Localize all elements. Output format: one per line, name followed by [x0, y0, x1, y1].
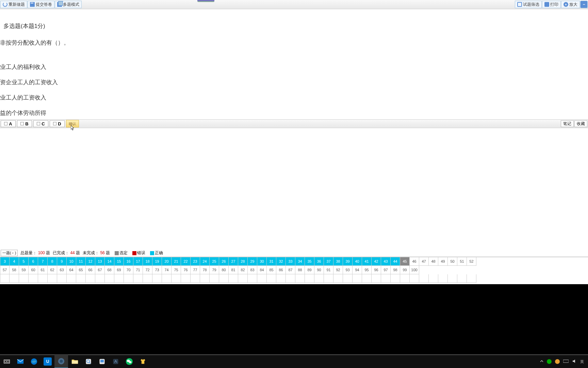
nav-cell-32[interactable]: 32 — [276, 257, 286, 266]
mail-app-icon[interactable] — [14, 355, 27, 368]
nav-cell-91[interactable]: 91 — [324, 266, 333, 274]
nav-cell-29[interactable]: 29 — [248, 257, 257, 266]
nav-cell-78[interactable]: 78 — [200, 266, 210, 274]
nav-cell-24[interactable]: 24 — [200, 257, 210, 266]
nav-cell-50[interactable]: 50 — [448, 257, 457, 266]
edge-browser-icon[interactable] — [27, 355, 41, 368]
note-button[interactable]: 笔记 — [561, 120, 574, 127]
confirm-button[interactable]: 确认 — [66, 120, 79, 127]
choice-d-button[interactable]: D — [50, 120, 65, 127]
nav-cell-9[interactable]: 9 — [57, 257, 67, 266]
nav-cell-99[interactable]: 99 — [400, 266, 410, 274]
app-dark-icon[interactable] — [109, 355, 122, 368]
nav-cell-86[interactable]: 86 — [276, 266, 286, 274]
app-monitor-icon[interactable] — [95, 355, 109, 368]
nav-cell-49[interactable]: 49 — [438, 257, 448, 266]
nav-cell-95[interactable]: 95 — [362, 266, 372, 274]
task-view-button[interactable] — [0, 355, 14, 368]
choice-b-button[interactable]: B — [17, 120, 32, 127]
nav-cell-20[interactable]: 20 — [162, 257, 172, 266]
nav-cell-52[interactable]: 52 — [467, 257, 476, 266]
nav-cell-80[interactable]: 80 — [219, 266, 229, 274]
nav-cell-89[interactable]: 89 — [305, 266, 314, 274]
nav-cell-13[interactable]: 13 — [95, 257, 105, 266]
nav-cell-85[interactable]: 85 — [267, 266, 276, 274]
nav-cell-65[interactable]: 65 — [76, 266, 86, 274]
nav-cell-58[interactable]: 58 — [10, 266, 19, 274]
nav-cell-51[interactable]: 51 — [457, 257, 467, 266]
nav-cell-45[interactable]: 45 — [400, 257, 410, 266]
nav-cell-59[interactable]: 59 — [19, 266, 29, 274]
nav-cell-79[interactable]: 79 — [210, 266, 219, 274]
nav-cell-18[interactable]: 18 — [143, 257, 152, 266]
nav-cell-84[interactable]: 84 — [257, 266, 267, 274]
nav-cell-25[interactable]: 25 — [210, 257, 219, 266]
nav-cell-37[interactable]: 37 — [324, 257, 333, 266]
nav-cell-8[interactable]: 8 — [48, 257, 57, 266]
nav-cell-77[interactable]: 77 — [191, 266, 200, 274]
tray-chevron-icon[interactable] — [540, 359, 543, 364]
nav-cell-73[interactable]: 73 — [152, 266, 162, 274]
nav-cell-23[interactable]: 23 — [191, 257, 200, 266]
nav-cell-19[interactable]: 19 — [152, 257, 162, 266]
nav-cell-72[interactable]: 72 — [143, 266, 152, 274]
nav-cell-60[interactable]: 60 — [29, 266, 38, 274]
nav-cell-16[interactable]: 16 — [124, 257, 133, 266]
app-shirt-icon[interactable] — [136, 355, 150, 368]
tray-keyboard-icon[interactable] — [563, 359, 569, 364]
tray-volume-icon[interactable] — [572, 359, 577, 364]
nav-cell-4[interactable]: 4 — [10, 257, 19, 266]
nav-cell-76[interactable]: 76 — [181, 266, 191, 274]
nav-cell-38[interactable]: 38 — [333, 257, 343, 266]
nav-cell-64[interactable]: 64 — [67, 266, 76, 274]
nav-cell-46[interactable]: 46 — [410, 257, 419, 266]
nav-cell-71[interactable]: 71 — [133, 266, 143, 274]
nav-cell-93[interactable]: 93 — [343, 266, 353, 274]
nav-cell-68[interactable]: 68 — [105, 266, 114, 274]
nav-cell-90[interactable]: 90 — [314, 266, 324, 274]
nav-cell-62[interactable]: 62 — [48, 266, 57, 274]
nav-cell-47[interactable]: 47 — [419, 257, 429, 266]
nav-cell-83[interactable]: 83 — [248, 266, 257, 274]
exam-app-icon[interactable] — [54, 355, 68, 368]
nav-cell-61[interactable]: 61 — [38, 266, 48, 274]
nav-cell-3[interactable]: 3 — [0, 257, 10, 266]
nav-cell-66[interactable]: 66 — [86, 266, 95, 274]
nav-cell-36[interactable]: 36 — [314, 257, 324, 266]
multi-mode-button[interactable]: 多题模式 — [55, 1, 82, 8]
nav-cell-12[interactable]: 12 — [86, 257, 95, 266]
submit-button[interactable]: 提交答卷 — [28, 1, 54, 8]
nav-cell-11[interactable]: 11 — [76, 257, 86, 266]
nav-cell-7[interactable]: 7 — [38, 257, 48, 266]
nav-cell-26[interactable]: 26 — [219, 257, 229, 266]
nav-cell-40[interactable]: 40 — [353, 257, 362, 266]
nav-cell-27[interactable]: 27 — [229, 257, 238, 266]
nav-cell-5[interactable]: 5 — [19, 257, 29, 266]
nav-cell-94[interactable]: 94 — [353, 266, 362, 274]
nav-cell-57[interactable]: 57 — [0, 266, 10, 274]
nav-cell-96[interactable]: 96 — [372, 266, 381, 274]
nav-cell-100[interactable]: 100 — [410, 266, 419, 274]
nav-cell-21[interactable]: 21 — [172, 257, 181, 266]
filter-button[interactable]: 试题筛选 — [515, 1, 542, 8]
nav-cell-39[interactable]: 39 — [343, 257, 353, 266]
choice-a-button[interactable]: A — [1, 120, 16, 127]
minimize-round-button[interactable]: − — [580, 1, 588, 8]
nav-cell-14[interactable]: 14 — [105, 257, 114, 266]
redo-button[interactable]: 重新做题 — [0, 1, 27, 8]
favorite-button[interactable]: 收藏 — [574, 120, 587, 127]
nav-cell-98[interactable]: 98 — [391, 266, 400, 274]
nav-cell-28[interactable]: 28 — [238, 257, 248, 266]
tray-orange-icon[interactable] — [555, 359, 560, 364]
tray-green-icon[interactable] — [547, 359, 552, 364]
nav-cell-88[interactable]: 88 — [295, 266, 305, 274]
print-button[interactable]: 打印 — [542, 1, 561, 8]
nav-cell-70[interactable]: 70 — [124, 266, 133, 274]
nav-cell-17[interactable]: 17 — [133, 257, 143, 266]
choice-c-button[interactable]: C — [33, 120, 48, 127]
nav-cell-34[interactable]: 34 — [295, 257, 305, 266]
wechat-icon[interactable] — [122, 355, 136, 368]
app-u-icon[interactable]: U — [41, 355, 54, 368]
nav-cell-97[interactable]: 97 — [381, 266, 391, 274]
nav-cell-33[interactable]: 33 — [286, 257, 295, 266]
